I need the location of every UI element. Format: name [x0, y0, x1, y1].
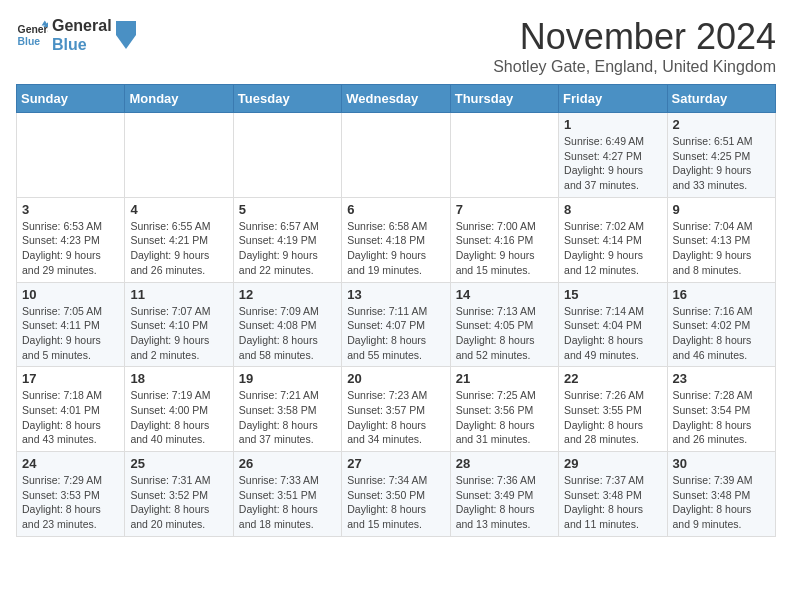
- day-number: 8: [564, 202, 661, 217]
- day-info: Sunrise: 6:53 AM Sunset: 4:23 PM Dayligh…: [22, 219, 119, 278]
- day-info: Sunrise: 7:23 AM Sunset: 3:57 PM Dayligh…: [347, 388, 444, 447]
- calendar-cell: 22Sunrise: 7:26 AM Sunset: 3:55 PM Dayli…: [559, 367, 667, 452]
- day-info: Sunrise: 7:39 AM Sunset: 3:48 PM Dayligh…: [673, 473, 770, 532]
- logo-general: General: [52, 16, 112, 35]
- day-number: 29: [564, 456, 661, 471]
- day-info: Sunrise: 6:49 AM Sunset: 4:27 PM Dayligh…: [564, 134, 661, 193]
- weekday-header-tuesday: Tuesday: [233, 85, 341, 113]
- calendar-cell: 28Sunrise: 7:36 AM Sunset: 3:49 PM Dayli…: [450, 452, 558, 537]
- day-info: Sunrise: 7:25 AM Sunset: 3:56 PM Dayligh…: [456, 388, 553, 447]
- logo-arrow-icon: [116, 21, 136, 49]
- calendar-cell: 13Sunrise: 7:11 AM Sunset: 4:07 PM Dayli…: [342, 282, 450, 367]
- day-info: Sunrise: 7:33 AM Sunset: 3:51 PM Dayligh…: [239, 473, 336, 532]
- day-info: Sunrise: 7:14 AM Sunset: 4:04 PM Dayligh…: [564, 304, 661, 363]
- calendar-cell: 15Sunrise: 7:14 AM Sunset: 4:04 PM Dayli…: [559, 282, 667, 367]
- day-number: 18: [130, 371, 227, 386]
- calendar-cell: 29Sunrise: 7:37 AM Sunset: 3:48 PM Dayli…: [559, 452, 667, 537]
- day-info: Sunrise: 7:09 AM Sunset: 4:08 PM Dayligh…: [239, 304, 336, 363]
- calendar-cell: [125, 113, 233, 198]
- calendar-cell: 5Sunrise: 6:57 AM Sunset: 4:19 PM Daylig…: [233, 197, 341, 282]
- calendar-cell: 1Sunrise: 6:49 AM Sunset: 4:27 PM Daylig…: [559, 113, 667, 198]
- calendar-cell: 23Sunrise: 7:28 AM Sunset: 3:54 PM Dayli…: [667, 367, 775, 452]
- month-title: November 2024: [493, 16, 776, 58]
- day-number: 10: [22, 287, 119, 302]
- week-row-4: 17Sunrise: 7:18 AM Sunset: 4:01 PM Dayli…: [17, 367, 776, 452]
- calendar-cell: 3Sunrise: 6:53 AM Sunset: 4:23 PM Daylig…: [17, 197, 125, 282]
- day-info: Sunrise: 6:51 AM Sunset: 4:25 PM Dayligh…: [673, 134, 770, 193]
- week-row-2: 3Sunrise: 6:53 AM Sunset: 4:23 PM Daylig…: [17, 197, 776, 282]
- logo-blue: Blue: [52, 35, 112, 54]
- calendar-cell: 14Sunrise: 7:13 AM Sunset: 4:05 PM Dayli…: [450, 282, 558, 367]
- calendar-cell: 2Sunrise: 6:51 AM Sunset: 4:25 PM Daylig…: [667, 113, 775, 198]
- day-number: 22: [564, 371, 661, 386]
- calendar-table: SundayMondayTuesdayWednesdayThursdayFrid…: [16, 84, 776, 537]
- calendar-cell: 12Sunrise: 7:09 AM Sunset: 4:08 PM Dayli…: [233, 282, 341, 367]
- day-info: Sunrise: 7:26 AM Sunset: 3:55 PM Dayligh…: [564, 388, 661, 447]
- calendar-cell: 27Sunrise: 7:34 AM Sunset: 3:50 PM Dayli…: [342, 452, 450, 537]
- day-info: Sunrise: 7:13 AM Sunset: 4:05 PM Dayligh…: [456, 304, 553, 363]
- calendar-cell: 7Sunrise: 7:00 AM Sunset: 4:16 PM Daylig…: [450, 197, 558, 282]
- day-number: 4: [130, 202, 227, 217]
- day-number: 5: [239, 202, 336, 217]
- logo-icon: General Blue: [16, 19, 48, 51]
- calendar-cell: [17, 113, 125, 198]
- day-info: Sunrise: 7:05 AM Sunset: 4:11 PM Dayligh…: [22, 304, 119, 363]
- day-info: Sunrise: 7:37 AM Sunset: 3:48 PM Dayligh…: [564, 473, 661, 532]
- day-number: 12: [239, 287, 336, 302]
- day-info: Sunrise: 7:07 AM Sunset: 4:10 PM Dayligh…: [130, 304, 227, 363]
- calendar-cell: [233, 113, 341, 198]
- calendar-cell: 8Sunrise: 7:02 AM Sunset: 4:14 PM Daylig…: [559, 197, 667, 282]
- day-info: Sunrise: 7:36 AM Sunset: 3:49 PM Dayligh…: [456, 473, 553, 532]
- week-row-3: 10Sunrise: 7:05 AM Sunset: 4:11 PM Dayli…: [17, 282, 776, 367]
- day-number: 14: [456, 287, 553, 302]
- day-number: 6: [347, 202, 444, 217]
- day-info: Sunrise: 6:57 AM Sunset: 4:19 PM Dayligh…: [239, 219, 336, 278]
- day-number: 27: [347, 456, 444, 471]
- week-row-5: 24Sunrise: 7:29 AM Sunset: 3:53 PM Dayli…: [17, 452, 776, 537]
- day-number: 1: [564, 117, 661, 132]
- day-info: Sunrise: 6:55 AM Sunset: 4:21 PM Dayligh…: [130, 219, 227, 278]
- calendar-cell: 6Sunrise: 6:58 AM Sunset: 4:18 PM Daylig…: [342, 197, 450, 282]
- weekday-header-friday: Friday: [559, 85, 667, 113]
- day-info: Sunrise: 7:00 AM Sunset: 4:16 PM Dayligh…: [456, 219, 553, 278]
- day-info: Sunrise: 7:28 AM Sunset: 3:54 PM Dayligh…: [673, 388, 770, 447]
- calendar-cell: [450, 113, 558, 198]
- day-number: 15: [564, 287, 661, 302]
- calendar-cell: 4Sunrise: 6:55 AM Sunset: 4:21 PM Daylig…: [125, 197, 233, 282]
- calendar-cell: 21Sunrise: 7:25 AM Sunset: 3:56 PM Dayli…: [450, 367, 558, 452]
- calendar-cell: 11Sunrise: 7:07 AM Sunset: 4:10 PM Dayli…: [125, 282, 233, 367]
- weekday-header-thursday: Thursday: [450, 85, 558, 113]
- day-info: Sunrise: 7:11 AM Sunset: 4:07 PM Dayligh…: [347, 304, 444, 363]
- week-row-1: 1Sunrise: 6:49 AM Sunset: 4:27 PM Daylig…: [17, 113, 776, 198]
- calendar-cell: [342, 113, 450, 198]
- logo: General Blue General Blue: [16, 16, 136, 54]
- day-number: 19: [239, 371, 336, 386]
- calendar-cell: 18Sunrise: 7:19 AM Sunset: 4:00 PM Dayli…: [125, 367, 233, 452]
- calendar-cell: 17Sunrise: 7:18 AM Sunset: 4:01 PM Dayli…: [17, 367, 125, 452]
- calendar-cell: 25Sunrise: 7:31 AM Sunset: 3:52 PM Dayli…: [125, 452, 233, 537]
- calendar-cell: 30Sunrise: 7:39 AM Sunset: 3:48 PM Dayli…: [667, 452, 775, 537]
- day-number: 13: [347, 287, 444, 302]
- weekday-header-sunday: Sunday: [17, 85, 125, 113]
- title-block: November 2024 Shotley Gate, England, Uni…: [493, 16, 776, 76]
- day-number: 3: [22, 202, 119, 217]
- location-subtitle: Shotley Gate, England, United Kingdom: [493, 58, 776, 76]
- day-number: 20: [347, 371, 444, 386]
- weekday-header-row: SundayMondayTuesdayWednesdayThursdayFrid…: [17, 85, 776, 113]
- day-info: Sunrise: 7:29 AM Sunset: 3:53 PM Dayligh…: [22, 473, 119, 532]
- day-number: 17: [22, 371, 119, 386]
- day-info: Sunrise: 7:04 AM Sunset: 4:13 PM Dayligh…: [673, 219, 770, 278]
- day-number: 11: [130, 287, 227, 302]
- calendar-cell: 24Sunrise: 7:29 AM Sunset: 3:53 PM Dayli…: [17, 452, 125, 537]
- day-number: 30: [673, 456, 770, 471]
- calendar-cell: 19Sunrise: 7:21 AM Sunset: 3:58 PM Dayli…: [233, 367, 341, 452]
- day-info: Sunrise: 7:16 AM Sunset: 4:02 PM Dayligh…: [673, 304, 770, 363]
- day-number: 16: [673, 287, 770, 302]
- day-number: 25: [130, 456, 227, 471]
- weekday-header-saturday: Saturday: [667, 85, 775, 113]
- weekday-header-monday: Monday: [125, 85, 233, 113]
- day-number: 9: [673, 202, 770, 217]
- day-number: 21: [456, 371, 553, 386]
- day-info: Sunrise: 6:58 AM Sunset: 4:18 PM Dayligh…: [347, 219, 444, 278]
- svg-marker-4: [116, 21, 136, 49]
